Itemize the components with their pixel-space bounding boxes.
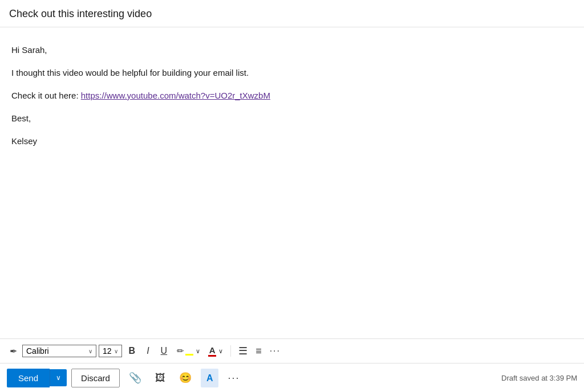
font-color-button[interactable]: A ∨ bbox=[205, 343, 226, 359]
font-family-chevron: ∨ bbox=[88, 348, 92, 354]
bullet-list-button[interactable]: ≡ bbox=[253, 343, 265, 360]
apps-button[interactable]: A bbox=[201, 369, 219, 387]
bullet-list-icon: ≡ bbox=[256, 345, 262, 357]
font-size-value: 12 bbox=[103, 346, 112, 356]
toolbar-separator-1 bbox=[230, 345, 231, 357]
pencil-icon: ✒ bbox=[10, 346, 17, 357]
toolbar-more-icon: ··· bbox=[270, 346, 281, 356]
send-button-group: Send ∨ bbox=[7, 369, 67, 387]
bold-label: B bbox=[129, 346, 136, 356]
send-button[interactable]: Send bbox=[7, 369, 50, 387]
email-greeting: Hi Sarah, bbox=[11, 43, 573, 57]
email-link[interactable]: https://www.youtube.com/watch?v=UO2r_tXw… bbox=[81, 91, 270, 100]
email-closing: Best, bbox=[11, 112, 573, 125]
italic-button[interactable]: I bbox=[142, 344, 153, 358]
action-more-button[interactable]: ··· bbox=[223, 369, 244, 387]
subject-text: Check out this interesting video bbox=[9, 8, 152, 19]
send-dropdown-chevron: ∨ bbox=[56, 374, 61, 382]
image-button[interactable]: 🖼 bbox=[151, 369, 170, 387]
email-signature: Kelsey bbox=[11, 134, 573, 148]
underline-label: U bbox=[161, 346, 168, 356]
font-family-value: Calibri bbox=[26, 346, 86, 356]
underline-button[interactable]: U bbox=[156, 344, 172, 358]
email-body[interactable]: Hi Sarah, I thought this video would be … bbox=[0, 27, 584, 338]
font-size-chevron: ∨ bbox=[114, 348, 118, 354]
emoji-icon: 😊 bbox=[179, 372, 192, 383]
format-pencil-button[interactable]: ✒ bbox=[7, 344, 20, 359]
italic-label: I bbox=[147, 346, 149, 356]
highlight-button[interactable]: ✏ ∨ bbox=[174, 344, 203, 358]
format-toolbar: ✒ Calibri ∨ 12 ∨ B I U ✏ ∨ A ∨ ☰ bbox=[0, 338, 584, 363]
font-family-selector[interactable]: Calibri ∨ bbox=[22, 345, 96, 357]
send-dropdown-button[interactable]: ∨ bbox=[50, 369, 67, 386]
attach-icon: 📎 bbox=[129, 372, 141, 383]
email-body-line1: I thought this video would be helpful fo… bbox=[11, 66, 573, 80]
font-size-selector[interactable]: 12 ∨ bbox=[99, 345, 122, 357]
image-icon: 🖼 bbox=[155, 372, 165, 383]
action-bar: Send ∨ Discard 📎 🖼 😊 A ··· Draft saved a… bbox=[0, 363, 584, 392]
bold-button[interactable]: B bbox=[124, 344, 140, 358]
attach-button[interactable]: 📎 bbox=[124, 368, 146, 387]
toolbar-more-button[interactable]: ··· bbox=[267, 344, 283, 358]
email-body-line2: Check it out here: https://www.youtube.c… bbox=[11, 89, 573, 103]
font-color-icon: A ∨ bbox=[208, 345, 223, 357]
paragraph-list-button[interactable]: ☰ bbox=[236, 342, 250, 360]
draft-status: Draft saved at 3:39 PM bbox=[501, 374, 577, 382]
highlight-icon: ✏ ∨ bbox=[177, 346, 200, 356]
subject-area: Check out this interesting video bbox=[0, 0, 584, 27]
action-more-icon: ··· bbox=[228, 372, 240, 383]
email-body-prefix: Check it out here: bbox=[11, 91, 81, 100]
discard-button[interactable]: Discard bbox=[71, 369, 120, 387]
paragraph-list-icon: ☰ bbox=[238, 345, 248, 357]
emoji-button[interactable]: 😊 bbox=[175, 368, 196, 387]
apps-icon: A bbox=[206, 373, 213, 383]
